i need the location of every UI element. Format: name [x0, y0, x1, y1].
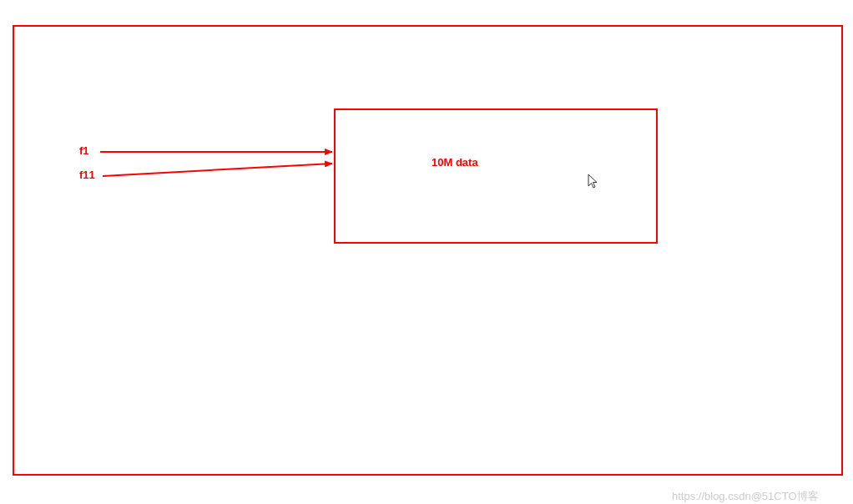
data-box: 10M data — [334, 108, 658, 244]
data-box-label: 10M data — [432, 156, 478, 169]
cursor-icon — [588, 174, 599, 190]
label-f11: f11 — [79, 169, 95, 181]
label-f1: f1 — [79, 144, 89, 157]
watermark-text: https://blog.csdn@51CTO博客 — [672, 489, 819, 504]
outer-container-box — [13, 25, 843, 476]
